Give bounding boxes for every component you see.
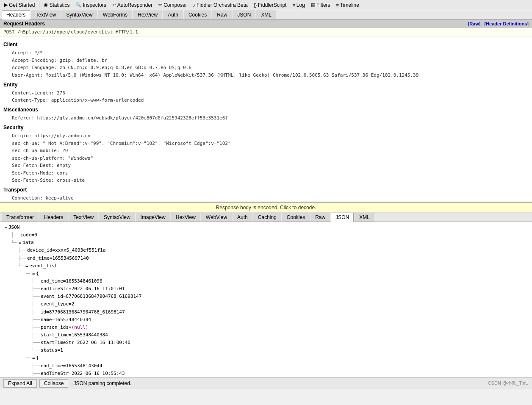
resp-tab-xml[interactable]: XML — [355, 213, 374, 222]
tab-xml[interactable]: XML — [256, 10, 276, 19]
json-status1: status=1 — [41, 347, 63, 354]
json-end-time1: end_time=1655348461096 — [41, 277, 103, 285]
group-entity: Entity — [3, 81, 529, 89]
resp-tab-headers[interactable]: Headers — [39, 213, 68, 222]
toolbar-statistics[interactable]: ◉ Statistics — [41, 1, 72, 9]
inspectors-icon: 🔍 — [75, 2, 81, 8]
resp-tab-caching[interactable]: Caching — [253, 213, 281, 222]
header-sec-ch-ua-platform: sec-ch-ua-platform: "Windows" — [3, 155, 529, 162]
resp-tab-transformer[interactable]: Transformer — [2, 213, 39, 222]
toolbar-autoresponder[interactable]: ↩ AutoResponder — [110, 1, 155, 9]
header-user-agent: User-Agent: Mozilla/5.0 (Windows NT 10.0… — [3, 72, 529, 79]
json-id1: id=877068136847904768_61698147 — [41, 308, 125, 316]
headers-content: Client Accept: */* Accept-Encoding: gzip… — [0, 36, 532, 202]
composer-icon: ✏ — [158, 2, 162, 8]
json-endtimestr2-row: ├──endTimeStr=2022-06-16 10:55:43 — [3, 370, 529, 377]
collapse-button[interactable]: Collapse — [39, 379, 69, 388]
resp-tab-webview[interactable]: WebView — [201, 213, 232, 222]
json-starttimestr1-row: ├──startTimeStr=2022-06-16 11:00:40 — [3, 339, 529, 347]
expand-data[interactable]: ▬ — [17, 240, 22, 245]
request-title: Request Headers — [3, 21, 45, 27]
json-event-type1-row: ├──event_type=2 — [3, 300, 529, 308]
toolbar-composer[interactable]: ✏ Composer — [156, 1, 189, 9]
json-code-val: code=0 — [20, 231, 37, 239]
json-data-row: └─ ▬ data — [3, 239, 529, 247]
json-obj2-label: { — [36, 354, 39, 362]
resp-tab-imageview[interactable]: ImageView — [136, 213, 170, 222]
header-sec-ch-ua: sec-ch-ua: " Not A;Brand";v="99", "Chrom… — [3, 140, 529, 147]
resp-tab-auth[interactable]: Auth — [233, 213, 252, 222]
json-status1-row: └──status=1 — [3, 347, 529, 354]
json-end-time2: end_time=1655348143044 — [41, 362, 103, 370]
group-transport: Transport — [3, 186, 529, 194]
tab-auth[interactable]: Auth — [163, 10, 183, 19]
dash-code: ├── — [11, 231, 19, 239]
json-id1-row: ├──id=877068136847904768_61698147 — [3, 308, 529, 316]
tab-headers[interactable]: Headers — [2, 10, 30, 19]
resp-tab-textview[interactable]: TextView — [69, 213, 98, 222]
header-sec-fetch-site: Sec-Fetch-Site: cross-site — [3, 177, 529, 184]
json-data-label: data — [22, 239, 34, 247]
json-code-row: ├── code=0 — [3, 231, 529, 239]
response-section: Transformer Headers TextView SyntaxView … — [0, 213, 532, 389]
resp-tab-hexview[interactable]: HexView — [171, 213, 200, 222]
tab-hexview[interactable]: HexView — [133, 10, 162, 19]
resp-tab-json[interactable]: JSON — [331, 213, 354, 222]
json-obj2-row: └─ ▬ { — [3, 354, 529, 362]
tab-json[interactable]: JSON — [233, 10, 255, 19]
json-obj1-row: ├─ ▬ { — [3, 270, 529, 277]
filters-icon: ▦ — [311, 2, 315, 8]
response-tab-bar: Transformer Headers TextView SyntaxView … — [0, 213, 532, 222]
json-event-id1: event_id=877068136847904768_61698147 — [41, 293, 141, 300]
expand-obj2[interactable]: ▬ — [31, 355, 36, 361]
fiddler-orchestra-icon: ♪ — [193, 3, 196, 8]
header-accept-language: Accept-Language: zh-CN,zh;q=0.9,en;q=0.8… — [3, 64, 529, 72]
tab-syntaxview[interactable]: SyntaxView — [61, 10, 97, 19]
branding: CSDN @小派_TinU — [488, 380, 529, 386]
json-event-id1-row: ├──event_id=877068136847904768_61698147 — [3, 293, 529, 300]
json-name1-row: ├──name=1655348440384 — [3, 316, 529, 324]
request-title-bar: Request Headers [Raw] [Header Definition… — [0, 19, 532, 28]
header-connection: Connection: keep-alive — [3, 194, 529, 202]
expand-all-button[interactable]: Expand All — [3, 379, 37, 388]
toolbar-inspectors[interactable]: 🔍 Inspectors — [73, 1, 108, 9]
request-tab-bar: Headers TextView SyntaxView WebForms Hex… — [0, 10, 532, 19]
tab-webforms[interactable]: WebForms — [98, 10, 132, 19]
toolbar-log[interactable]: ≡ Log — [290, 1, 307, 9]
tab-textview[interactable]: TextView — [31, 10, 61, 19]
header-sec-fetch-mode: Sec-Fetch-Mode: cors — [3, 169, 529, 177]
json-person-ids1: person_ids=(null) — [41, 324, 89, 331]
resp-tab-syntaxview[interactable]: SyntaxView — [99, 213, 135, 222]
json-end-time2-row: ├──end_time=1655348143044 — [3, 362, 529, 370]
toolbar-get-started[interactable]: ▶ Get Started — [2, 1, 37, 9]
bottom-bar: Expand All Collapse JSON parsing complet… — [0, 377, 532, 389]
dash-data: └─ — [11, 239, 17, 247]
header-definitions-link[interactable]: [Header Definitions] — [484, 21, 529, 26]
resp-tab-raw[interactable]: Raw — [310, 213, 330, 222]
json-endtimestr1-row: ├──endTimeStr=2022-06-16 11:01:01 — [3, 285, 529, 293]
autoresponder-icon: ↩ — [112, 2, 116, 8]
toolbar-timeline[interactable]: ≡ Timeline — [334, 1, 362, 9]
header-content-type: Content-Type: application/x-www-form-url… — [3, 97, 529, 104]
json-event-list-row: └─ ▬ event_list — [3, 262, 529, 270]
tab-cookies[interactable]: Cookies — [184, 10, 211, 19]
request-section: Headers TextView SyntaxView WebForms Hex… — [0, 10, 532, 202]
tab-raw[interactable]: Raw — [212, 10, 232, 19]
log-icon: ≡ — [292, 3, 295, 8]
response-notify[interactable]: Response body is encoded. Click to decod… — [0, 202, 532, 213]
raw-link[interactable]: [Raw] — [468, 21, 480, 26]
toolbar-fiddlerscript[interactable]: {} FiddlerScript — [251, 1, 289, 9]
json-end-time-root-val: end_time=1655345697140 — [27, 255, 89, 262]
expand-obj1[interactable]: ▬ — [31, 271, 36, 276]
status-text: JSON parsing completed. — [73, 380, 131, 386]
toolbar-fiddler-orchestra[interactable]: ♪ Fiddler Orchestra Beta — [191, 1, 250, 9]
json-name1: name=1655348440384 — [41, 316, 91, 324]
toolbar-filters[interactable]: ▦ Filters — [308, 1, 333, 9]
resp-tab-cookies[interactable]: Cookies — [282, 213, 310, 222]
expand-event-list[interactable]: ▬ — [24, 264, 29, 269]
json-event-list-label: event_list — [29, 262, 57, 270]
main-toolbar: ▶ Get Started ◉ Statistics 🔍 Inspectors … — [0, 0, 532, 10]
toolbar-sep-1 — [39, 2, 39, 8]
expand-json-root[interactable]: ▬ — [3, 225, 8, 230]
json-root-row: ▬ JSON — [3, 224, 529, 231]
